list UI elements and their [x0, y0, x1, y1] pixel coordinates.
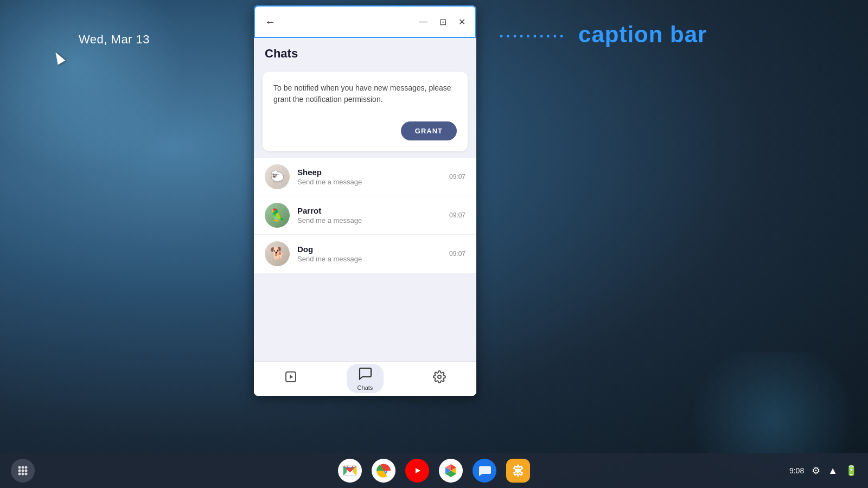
avatar-sheep: 🐑: [265, 164, 290, 189]
desktop-date: Wed, Mar 13: [79, 33, 150, 47]
bottom-nav: Chats: [254, 361, 476, 396]
app-content: Chats To be notified when you have new m…: [254, 38, 476, 396]
taskbar-photos[interactable]: [439, 459, 463, 483]
chat-preview-dog: Send me a message: [297, 255, 445, 263]
svg-point-4: [22, 466, 24, 469]
svg-point-6: [18, 470, 21, 472]
avatar-dog: 🐕: [265, 241, 290, 266]
chat-name-sheep: Sheep: [297, 168, 445, 177]
notification-text: To be notified when you have new message…: [273, 82, 457, 105]
settings-button[interactable]: ⚙: [812, 465, 820, 477]
maximize-button[interactable]: ⊡: [437, 16, 449, 28]
taskbar-right: 9:08 ⚙ ▲ 🔋: [789, 465, 857, 477]
title-bar-left: ←: [263, 14, 278, 30]
chat-item-parrot[interactable]: 🦜 Parrot Send me a message 09:07: [254, 196, 476, 234]
taskbar-messages[interactable]: [473, 459, 496, 483]
caption-dots: ··········: [499, 27, 566, 46]
chat-time-dog: 09:07: [449, 250, 465, 258]
svg-point-21: [516, 468, 520, 473]
notification-card: To be notified when you have new message…: [263, 72, 468, 151]
taskbar-time: 9:08: [789, 466, 804, 475]
chat-time-sheep: 09:07: [449, 173, 465, 181]
nav-stories[interactable]: [273, 368, 308, 389]
chats-icon: [358, 366, 372, 383]
svg-point-10: [22, 473, 24, 476]
chat-info-parrot: Parrot Send me a message: [297, 206, 445, 224]
avatar-parrot: 🦜: [265, 203, 290, 228]
bg-decoration: [0, 0, 184, 174]
chat-preview-parrot: Send me a message: [297, 216, 445, 224]
chat-name-parrot: Parrot: [297, 206, 445, 215]
nav-chats[interactable]: Chats: [347, 364, 384, 393]
title-bar: ← — ⊡ ✕: [254, 5, 476, 38]
chat-info-dog: Dog Send me a message: [297, 245, 445, 263]
settings-icon: [433, 370, 446, 387]
chat-time-parrot: 09:07: [449, 211, 465, 219]
back-button[interactable]: ←: [263, 14, 278, 30]
launcher-button[interactable]: [11, 459, 35, 483]
page-title: Chats: [265, 47, 465, 61]
svg-point-11: [25, 473, 28, 476]
svg-point-7: [22, 470, 24, 472]
minimize-button[interactable]: —: [417, 16, 430, 28]
battery-icon: 🔋: [845, 465, 857, 477]
taskbar-chrome[interactable]: [372, 459, 395, 483]
chats-header: Chats: [254, 38, 476, 65]
close-button[interactable]: ✕: [456, 16, 468, 28]
taskbar-left: [11, 459, 35, 483]
taskbar-youtube[interactable]: [405, 459, 429, 483]
taskbar: 9:08 ⚙ ▲ 🔋: [0, 453, 868, 488]
taskbar-gmail[interactable]: [338, 459, 362, 483]
caption-bar-label: ·········· caption bar: [499, 22, 707, 48]
taskbar-settings-app[interactable]: [506, 459, 530, 483]
title-bar-controls: — ⊡ ✕: [417, 16, 468, 28]
grant-button[interactable]: GRANT: [401, 121, 457, 140]
chat-list: 🐑 Sheep Send me a message 09:07 🦜 Parrot…: [254, 158, 476, 361]
chat-info-sheep: Sheep Send me a message: [297, 168, 445, 186]
wifi-icon: ▲: [828, 465, 838, 477]
svg-point-8: [25, 470, 28, 472]
svg-marker-1: [290, 375, 293, 379]
nav-chats-label: Chats: [358, 384, 373, 391]
chat-item-dog[interactable]: 🐕 Dog Send me a message 09:07: [254, 235, 476, 273]
chat-name-dog: Dog: [297, 245, 445, 254]
chat-item-sheep[interactable]: 🐑 Sheep Send me a message 09:07: [254, 158, 476, 196]
taskbar-center: [338, 459, 530, 483]
svg-point-2: [438, 375, 441, 378]
stories-icon: [284, 370, 297, 387]
svg-point-9: [18, 473, 21, 476]
svg-point-3: [18, 466, 21, 469]
app-window: ← — ⊡ ✕ Chats To be notified when you ha…: [254, 5, 476, 396]
svg-point-5: [25, 466, 28, 469]
chat-preview-sheep: Send me a message: [297, 178, 445, 186]
nav-settings[interactable]: [422, 368, 457, 389]
